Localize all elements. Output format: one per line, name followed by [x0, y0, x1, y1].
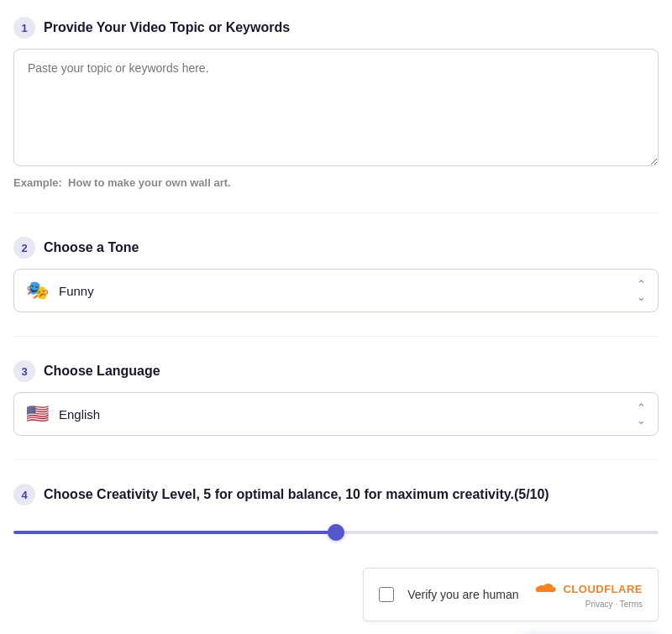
divider-3	[13, 459, 659, 460]
captcha-box: Verify you are human CLOUDFLARE Privacy …	[363, 568, 659, 621]
step4-badge: 4	[13, 484, 35, 506]
step2-badge: 2	[13, 237, 35, 259]
step3-title: Choose Language	[44, 364, 160, 379]
divider-1	[13, 212, 659, 213]
step4-header: 4 Choose Creativity Level, 5 for optimal…	[13, 484, 659, 506]
language-select[interactable]: 🇺🇸 English	[13, 392, 659, 436]
tone-chevron-icon	[637, 279, 646, 302]
step2-header: 2 Choose a Tone	[13, 237, 659, 259]
language-value: English	[59, 407, 637, 422]
creativity-slider[interactable]	[13, 531, 659, 534]
language-flag-icon: 🇺🇸	[26, 403, 49, 425]
language-chevron-icon	[637, 402, 646, 426]
step4-section: 4 Choose Creativity Level, 5 for optimal…	[13, 484, 659, 544]
tone-select[interactable]: 🎭 Funny	[13, 269, 659, 312]
captcha-section: Verify you are human CLOUDFLARE Privacy …	[13, 568, 659, 621]
step3-section: 3 Choose Language 🇺🇸 English	[13, 360, 659, 436]
creativity-slider-container	[13, 516, 659, 544]
terms-link[interactable]: Terms	[620, 600, 643, 609]
step3-badge: 3	[13, 360, 35, 382]
tone-icon: 🎭	[26, 280, 49, 301]
step2-title: Choose a Tone	[44, 240, 139, 255]
step1-header: 1 Provide Your Video Topic or Keywords	[13, 17, 659, 39]
cloudflare-brand: CLOUDFLARE Privacy · Terms	[532, 580, 643, 609]
cloudflare-logo: CLOUDFLARE	[532, 580, 643, 597]
cloudflare-links: Privacy · Terms	[585, 600, 643, 609]
divider-2	[13, 336, 659, 337]
step2-section: 2 Choose a Tone 🎭 Funny	[13, 237, 659, 312]
step4-title: Choose Creativity Level, 5 for optimal b…	[44, 487, 549, 502]
tone-value: Funny	[59, 284, 637, 298]
captcha-checkbox[interactable]	[379, 587, 394, 602]
privacy-link[interactable]: Privacy	[585, 600, 613, 609]
step1-badge: 1	[13, 17, 35, 39]
dot-separator: ·	[615, 600, 617, 609]
topic-textarea[interactable]	[13, 49, 659, 166]
step1-section: 1 Provide Your Video Topic or Keywords E…	[13, 17, 659, 189]
step3-header: 3 Choose Language	[13, 360, 659, 382]
cloudflare-text: CLOUDFLARE	[563, 583, 643, 595]
example-value: How to make your own wall art.	[68, 176, 231, 189]
step1-title: Provide Your Video Topic or Keywords	[44, 20, 290, 35]
captcha-label: Verify you are human	[407, 588, 518, 601]
example-label: Example:	[13, 176, 62, 189]
cloudflare-cloud-icon	[532, 580, 559, 597]
example-text: Example: How to make your own wall art.	[13, 176, 659, 189]
